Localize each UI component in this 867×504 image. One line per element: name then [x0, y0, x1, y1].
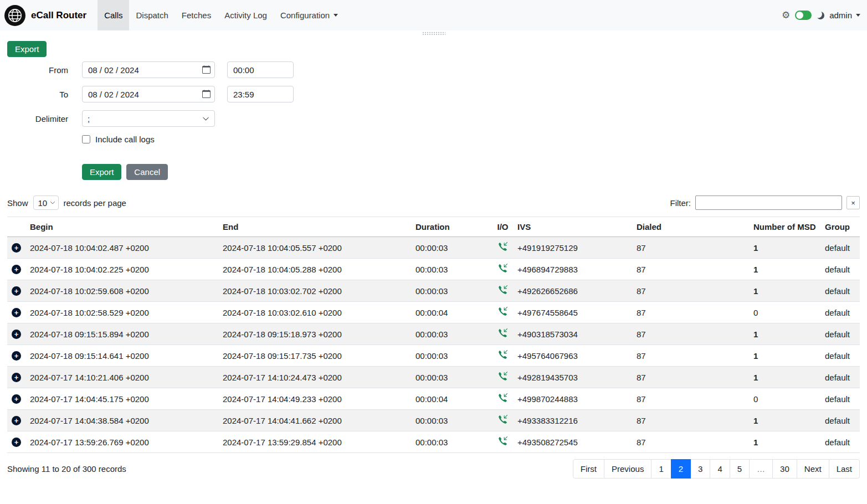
cancel-button[interactable]: Cancel	[126, 164, 168, 180]
navbar: eCall Router CallsDispatchFetchesActivit…	[0, 0, 867, 30]
cell-number-of-msd: 1	[749, 367, 820, 388]
delimiter-select[interactable]: ;	[82, 110, 215, 127]
records-per-page-label: records per page	[64, 198, 126, 208]
column-header-end[interactable]: End	[218, 217, 411, 237]
theme-toggle[interactable]	[795, 11, 812, 20]
include-call-logs-label: Include call logs	[95, 135, 155, 144]
cell-number-of-msd: 0	[749, 302, 820, 323]
nav-item-activity-log[interactable]: Activity Log	[218, 0, 274, 30]
cell-group: default	[820, 237, 860, 259]
delimiter-value: ;	[88, 114, 90, 124]
clear-filter-button[interactable]: ×	[847, 196, 860, 209]
nav-item-configuration[interactable]: Configuration	[274, 0, 345, 30]
page-button-ellipsis: …	[749, 459, 773, 479]
page-size-select[interactable]: 10	[33, 196, 59, 210]
page-button-2[interactable]: 2	[671, 459, 691, 479]
cell-end: 2024-07-18 10:04:05.557 +0200	[218, 237, 411, 259]
expand-row-button[interactable]: +	[12, 308, 21, 317]
cell-number-of-msd: 1	[749, 237, 820, 259]
expand-row-button[interactable]: +	[12, 286, 21, 296]
column-header-begin[interactable]: Begin	[25, 217, 218, 237]
cell-dialed: 87	[632, 367, 749, 388]
cell-ivs: +492626652686	[513, 280, 632, 302]
export-open-button[interactable]: Export	[7, 41, 47, 57]
nav-item-calls[interactable]: Calls	[98, 0, 129, 30]
expand-row-button[interactable]: +	[12, 394, 21, 404]
column-header-dialed[interactable]: Dialed	[632, 217, 749, 237]
table-header-row: BeginEndDurationI/OIVSDialedNumber of MS…	[7, 217, 860, 237]
cell-end: 2024-07-18 10:04:05.288 +0200	[218, 259, 411, 280]
close-icon: ×	[851, 199, 855, 207]
column-header-number-of-msd[interactable]: Number of MSD	[749, 217, 820, 237]
include-call-logs-checkbox[interactable]	[82, 135, 90, 143]
to-date-input[interactable]	[82, 86, 215, 102]
table-row: +2024-07-18 09:15:14.641 +02002024-07-18…	[7, 345, 860, 367]
cell-number-of-msd: 1	[749, 345, 820, 367]
expand-row-button[interactable]: +	[12, 351, 21, 361]
expand-column-header	[7, 217, 25, 237]
from-time-input[interactable]	[227, 61, 294, 78]
gear-icon[interactable]: ⚙	[782, 11, 790, 20]
cell-group: default	[820, 410, 860, 431]
cell-ivs: +490318573034	[513, 323, 632, 345]
page-button-last[interactable]: Last	[829, 459, 860, 479]
cell-end: 2024-07-18 10:03:02.702 +0200	[218, 280, 411, 302]
page-button-1[interactable]: 1	[651, 459, 671, 479]
expand-row-button[interactable]: +	[12, 438, 21, 447]
column-header-i-o[interactable]: I/O	[493, 217, 513, 237]
cell-end: 2024-07-18 10:03:02.610 +0200	[218, 302, 411, 323]
page-button-30[interactable]: 30	[772, 459, 797, 479]
cell-ivs: +491919275129	[513, 237, 632, 259]
export-submit-button[interactable]: Export	[82, 164, 121, 180]
cell-end: 2024-07-17 14:10:24.473 +0200	[218, 367, 411, 388]
table-row: +2024-07-18 10:04:02.225 +02002024-07-18…	[7, 259, 860, 280]
column-header-group[interactable]: Group	[820, 217, 860, 237]
cell-begin: 2024-07-17 14:04:45.175 +0200	[25, 388, 218, 410]
chevron-down-icon	[50, 200, 55, 205]
expand-row-button[interactable]: +	[12, 373, 21, 382]
expand-row-button[interactable]: +	[12, 265, 21, 274]
cell-begin: 2024-07-18 09:15:15.894 +0200	[25, 323, 218, 345]
cell-dialed: 87	[632, 410, 749, 431]
page-button-3[interactable]: 3	[690, 459, 710, 479]
nav-item-fetches[interactable]: Fetches	[175, 0, 218, 30]
cell-begin: 2024-07-17 14:10:21.406 +0200	[25, 367, 218, 388]
expand-row-button[interactable]: +	[12, 243, 21, 253]
table-row: +2024-07-17 14:04:38.584 +02002024-07-17…	[7, 410, 860, 431]
table-row: +2024-07-18 09:15:15.894 +02002024-07-18…	[7, 323, 860, 345]
nav-item-dispatch[interactable]: Dispatch	[129, 0, 175, 30]
page-button-next[interactable]: Next	[797, 459, 829, 479]
chevron-down-icon	[202, 115, 209, 122]
cell-end: 2024-07-17 14:04:41.662 +0200	[218, 410, 411, 431]
cell-number-of-msd: 1	[749, 323, 820, 345]
cell-begin: 2024-07-18 10:04:02.487 +0200	[25, 237, 218, 259]
from-date-input[interactable]	[82, 61, 215, 78]
cell-begin: 2024-07-17 14:04:38.584 +0200	[25, 410, 218, 431]
page-button-previous[interactable]: Previous	[604, 459, 651, 479]
column-header-ivs[interactable]: IVS	[513, 217, 632, 237]
page-button-4[interactable]: 4	[710, 459, 730, 479]
cell-number-of-msd: 1	[749, 259, 820, 280]
page-button-5[interactable]: 5	[730, 459, 750, 479]
from-label: From	[7, 65, 68, 75]
user-menu[interactable]: admin	[829, 11, 860, 20]
cell-duration: 00:00:03	[411, 410, 493, 431]
pagination: FirstPrevious12345…30NextLast	[573, 459, 860, 479]
resize-handle[interactable]	[422, 32, 445, 35]
cell-group: default	[820, 388, 860, 410]
cell-number-of-msd: 1	[749, 431, 820, 453]
cell-duration: 00:00:03	[411, 237, 493, 259]
column-header-duration[interactable]: Duration	[411, 217, 493, 237]
incoming-call-icon	[498, 285, 507, 295]
globe-icon	[7, 8, 23, 23]
to-label: To	[7, 90, 68, 99]
expand-row-button[interactable]: +	[12, 330, 21, 339]
filter-input[interactable]	[695, 196, 842, 210]
cell-dialed: 87	[632, 323, 749, 345]
to-time-input[interactable]	[227, 86, 294, 102]
expand-row-button[interactable]: +	[12, 416, 21, 425]
cell-duration: 00:00:04	[411, 388, 493, 410]
table-controls: Show 10 records per page Filter: ×	[7, 196, 860, 210]
page-button-first[interactable]: First	[573, 459, 604, 479]
cell-begin: 2024-07-18 09:15:14.641 +0200	[25, 345, 218, 367]
